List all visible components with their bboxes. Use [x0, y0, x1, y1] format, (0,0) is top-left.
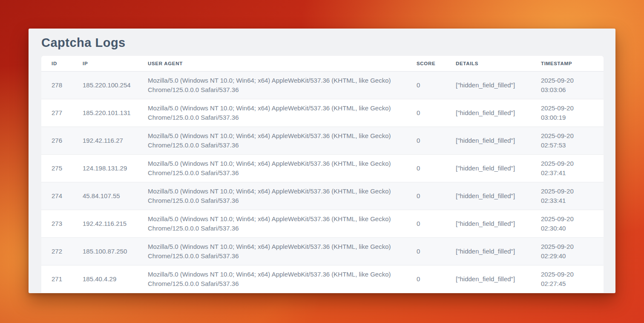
cell-id: 275 [41, 154, 83, 182]
cell-score: 0 [417, 210, 456, 237]
table-row: 272185.100.87.250Mozilla/5.0 (Windows NT… [41, 237, 604, 265]
table-row: 275124.198.131.29Mozilla/5.0 (Windows NT… [41, 154, 604, 182]
cell-timestamp: 2025-09-20 02:57:53 [541, 127, 604, 154]
cell-ip: 185.220.101.131 [83, 99, 148, 127]
cell-user_agent: Mozilla/5.0 (Windows NT 10.0; Win64; x64… [148, 71, 417, 99]
table-row: 273192.42.116.215Mozilla/5.0 (Windows NT… [41, 210, 604, 237]
cell-timestamp: 2025-09-20 02:29:40 [541, 237, 604, 265]
cell-id: 277 [41, 99, 83, 127]
cell-details: ["hidden_field_filled"] [456, 237, 541, 265]
cell-id: 278 [41, 71, 83, 99]
cell-score: 0 [417, 182, 456, 210]
page-title: Captcha Logs [41, 35, 604, 51]
cell-ip: 192.42.116.27 [83, 127, 148, 154]
cell-score: 0 [417, 99, 456, 127]
cell-user_agent: Mozilla/5.0 (Windows NT 10.0; Win64; x64… [148, 210, 417, 237]
cell-user_agent: Mozilla/5.0 (Windows NT 10.0; Win64; x64… [148, 99, 417, 127]
cell-details: ["hidden_field_filled"] [456, 127, 541, 154]
cell-timestamp: 2025-09-20 02:27:45 [541, 265, 604, 293]
captcha-logs-table-panel: IDIPUSER AGENTSCOREDETAILSTIMESTAMP 2781… [41, 56, 604, 293]
captcha-logs-table: IDIPUSER AGENTSCOREDETAILSTIMESTAMP 2781… [41, 56, 604, 293]
cell-ip: 124.198.131.29 [83, 154, 148, 182]
column-header-ip: IP [83, 56, 148, 71]
column-header-user_agent: USER AGENT [148, 56, 417, 71]
cell-id: 276 [41, 127, 83, 154]
table-header: IDIPUSER AGENTSCOREDETAILSTIMESTAMP [41, 56, 604, 71]
cell-id: 273 [41, 210, 83, 237]
cell-user_agent: Mozilla/5.0 (Windows NT 10.0; Win64; x64… [148, 127, 417, 154]
cell-details: ["hidden_field_filled"] [456, 99, 541, 127]
cell-details: ["hidden_field_filled"] [456, 265, 541, 293]
column-header-id: ID [41, 56, 83, 71]
cell-ip: 185.220.100.254 [83, 71, 148, 99]
cell-id: 272 [41, 237, 83, 265]
cell-timestamp: 2025-09-20 02:30:40 [541, 210, 604, 237]
column-header-score: SCORE [417, 56, 456, 71]
cell-timestamp: 2025-09-20 02:37:41 [541, 154, 604, 182]
cell-user_agent: Mozilla/5.0 (Windows NT 10.0; Win64; x64… [148, 182, 417, 210]
cell-ip: 45.84.107.55 [83, 182, 148, 210]
column-header-details: DETAILS [456, 56, 541, 71]
cell-timestamp: 2025-09-20 03:00:19 [541, 99, 604, 127]
cell-score: 0 [417, 154, 456, 182]
cell-timestamp: 2025-09-20 02:33:41 [541, 182, 604, 210]
cell-details: ["hidden_field_filled"] [456, 71, 541, 99]
cell-details: ["hidden_field_filled"] [456, 210, 541, 237]
cell-score: 0 [417, 127, 456, 154]
table-row: 27445.84.107.55Mozilla/5.0 (Windows NT 1… [41, 182, 604, 210]
cell-user_agent: Mozilla/5.0 (Windows NT 10.0; Win64; x64… [148, 265, 417, 293]
column-header-timestamp: TIMESTAMP [541, 56, 604, 71]
cell-details: ["hidden_field_filled"] [456, 182, 541, 210]
captcha-logs-card: Captcha Logs IDIPUSER AGENTSCOREDETAILST… [29, 29, 615, 293]
cell-timestamp: 2025-09-20 03:03:06 [541, 71, 604, 99]
desktop-background: { "page": { "title": "Captcha Logs" }, "… [0, 0, 644, 323]
table-row: 276192.42.116.27Mozilla/5.0 (Windows NT … [41, 127, 604, 154]
table-row: 278185.220.100.254Mozilla/5.0 (Windows N… [41, 71, 604, 99]
cell-id: 274 [41, 182, 83, 210]
cell-user_agent: Mozilla/5.0 (Windows NT 10.0; Win64; x64… [148, 154, 417, 182]
table-row: 277185.220.101.131Mozilla/5.0 (Windows N… [41, 99, 604, 127]
cell-user_agent: Mozilla/5.0 (Windows NT 10.0; Win64; x64… [148, 237, 417, 265]
cell-details: ["hidden_field_filled"] [456, 154, 541, 182]
cell-ip: 185.40.4.29 [83, 265, 148, 293]
cell-score: 0 [417, 265, 456, 293]
table-row: 271185.40.4.29Mozilla/5.0 (Windows NT 10… [41, 265, 604, 293]
cell-score: 0 [417, 237, 456, 265]
cell-id: 271 [41, 265, 83, 293]
cell-ip: 185.100.87.250 [83, 237, 148, 265]
cell-ip: 192.42.116.215 [83, 210, 148, 237]
cell-score: 0 [417, 71, 456, 99]
